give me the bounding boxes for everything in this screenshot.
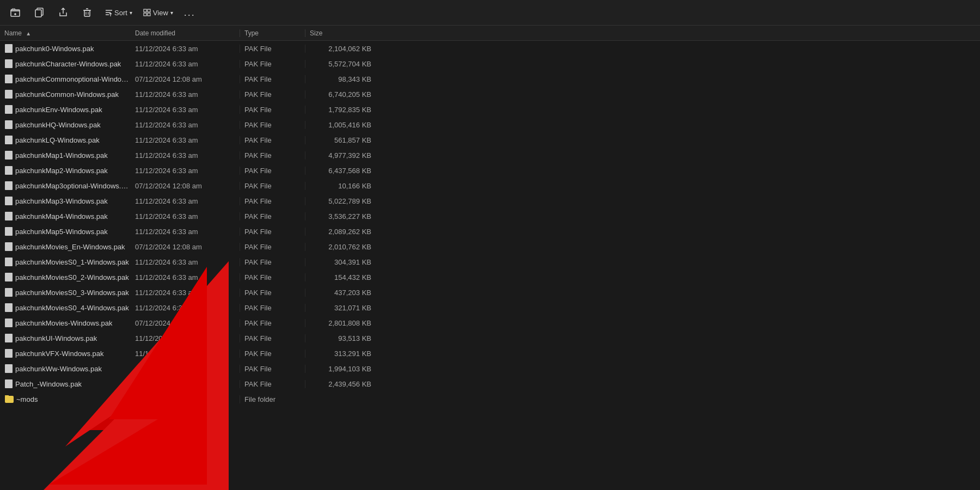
file-size: 98,343 KB — [305, 75, 376, 83]
file-size: 2,439,456 KB — [305, 380, 376, 388]
pak-icon — [5, 75, 13, 83]
pak-icon — [5, 136, 13, 144]
file-row[interactable]: pakchunkWw-Windows.pak 11/12/2024 6:33 a… — [0, 361, 980, 376]
file-size: 93,513 KB — [305, 334, 376, 342]
file-size: 1,994,103 KB — [305, 365, 376, 373]
file-row[interactable]: ~mods 06/12/2024 8:25 pm File folder — [0, 391, 980, 407]
file-name: pakchunkVFX-Windows.pak — [15, 350, 104, 358]
file-date: 07/12/2024 12:08 am — [131, 319, 240, 327]
column-header-date[interactable]: Date modified — [131, 29, 240, 37]
file-date: 07/12/2024 12:08 am — [131, 243, 240, 251]
file-size: 6,740,205 KB — [305, 90, 376, 99]
file-name-cell: pakchunkMoviesS0_4-Windows.pak — [0, 303, 131, 312]
file-type: PAK File — [240, 121, 305, 129]
folder-icon — [5, 396, 14, 403]
delete-button[interactable] — [76, 3, 98, 22]
file-row[interactable]: pakchunkCommon-Windows.pak 11/12/2024 6:… — [0, 87, 980, 102]
file-row[interactable]: pakchunkCharacter-Windows.pak 11/12/2024… — [0, 56, 980, 71]
svg-rect-15 — [148, 13, 150, 16]
file-name: pakchunkMap1-Windows.pak — [15, 151, 108, 160]
svg-rect-4 — [35, 10, 41, 17]
file-row[interactable]: pakchunkMap5-Windows.pak 11/12/2024 6:33… — [0, 224, 980, 239]
file-row[interactable]: pakchunkCommonoptional-Windows.pak 07/12… — [0, 71, 980, 87]
pak-icon — [5, 318, 13, 327]
file-name: pakchunkMoviesS0_2-Windows.pak — [15, 273, 129, 281]
file-row[interactable]: pakchunk0-Windows.pak 11/12/2024 6:33 am… — [0, 41, 980, 56]
sort-indicator: ▲ — [26, 30, 31, 36]
file-date: 11/12/2024 6:33 am — [131, 228, 240, 236]
sort-button[interactable]: Sort ▾ — [100, 3, 137, 22]
file-name: pakchunkMap2-Windows.pak — [15, 167, 108, 175]
file-row[interactable]: pakchunkHQ-Windows.pak 11/12/2024 6:33 a… — [0, 117, 980, 132]
file-type: PAK File — [240, 350, 305, 358]
file-type: PAK File — [240, 334, 305, 342]
column-header-name[interactable]: Name ▲ — [0, 29, 131, 37]
copy-button[interactable] — [28, 3, 50, 22]
file-name: pakchunkMoviesS0_4-Windows.pak — [15, 304, 129, 312]
file-row[interactable]: pakchunkLQ-Windows.pak 11/12/2024 6:33 a… — [0, 132, 980, 148]
file-row[interactable]: pakchunkMap3optional-Windows.pak 07/12/2… — [0, 178, 980, 193]
file-row[interactable]: pakchunkMap4-Windows.pak 11/12/2024 6:33… — [0, 209, 980, 224]
file-row[interactable]: pakchunkMoviesS0_1-Windows.pak 11/12/202… — [0, 254, 980, 270]
file-name: pakchunkCharacter-Windows.pak — [15, 60, 121, 68]
file-row[interactable]: pakchunkEnv-Windows.pak 11/12/2024 6:33 … — [0, 102, 980, 117]
file-name: pakchunkUI-Windows.pak — [15, 334, 97, 342]
pak-icon — [5, 44, 13, 53]
file-size: 561,857 KB — [305, 136, 376, 144]
toolbar: Sort ▾ View ▾ ... — [0, 0, 980, 26]
file-row[interactable]: pakchunkMoviesS0_3-Windows.pak 11/12/202… — [0, 285, 980, 300]
share-button[interactable] — [52, 3, 74, 22]
file-date: 11/12/2024 6:33 am — [131, 350, 240, 358]
file-row[interactable]: pakchunkMap3-Windows.pak 11/12/2024 6:33… — [0, 193, 980, 209]
file-row[interactable]: pakchunkMap2-Windows.pak 11/12/2024 6:33… — [0, 163, 980, 178]
file-type: PAK File — [240, 365, 305, 373]
file-row[interactable]: pakchunkMap1-Windows.pak 11/12/2024 6:33… — [0, 148, 980, 163]
more-label: ... — [184, 7, 195, 19]
file-type: PAK File — [240, 228, 305, 236]
file-name: pakchunkMap3optional-Windows.pak — [15, 182, 131, 190]
file-size: 1,792,835 KB — [305, 106, 376, 114]
file-size: 2,801,808 KB — [305, 319, 376, 327]
file-name: pakchunkCommon-Windows.pak — [15, 90, 119, 99]
file-date: 11/12/2024 6:33 am — [131, 197, 240, 205]
file-row[interactable]: pakchunkMovies-Windows.pak 07/12/2024 12… — [0, 315, 980, 330]
file-row[interactable]: pakchunkMoviesS0_4-Windows.pak 11/12/202… — [0, 300, 980, 315]
file-type: PAK File — [240, 197, 305, 205]
svg-rect-12 — [144, 9, 146, 12]
file-name-cell: pakchunkMovies-Windows.pak — [0, 318, 131, 327]
file-row[interactable]: pakchunkMovies_En-Windows.pak 07/12/2024… — [0, 239, 980, 254]
more-button[interactable]: ... — [180, 3, 200, 22]
file-name: pakchunkWw-Windows.pak — [15, 365, 102, 373]
file-row[interactable]: pakchunkMoviesS0_2-Windows.pak 11/12/202… — [0, 270, 980, 285]
file-row[interactable]: pakchunkVFX-Windows.pak 11/12/2024 6:33 … — [0, 346, 980, 361]
file-date: 07/12/2024 12:08 am — [131, 75, 240, 83]
file-type: PAK File — [240, 45, 305, 53]
file-type: PAK File — [240, 273, 305, 281]
file-list: pakchunk0-Windows.pak 11/12/2024 6:33 am… — [0, 41, 980, 490]
file-date: 11/12/2024 6:33 am — [131, 212, 240, 220]
file-size: 321,071 KB — [305, 304, 376, 312]
file-name-cell: pakchunkMoviesS0_2-Windows.pak — [0, 273, 131, 281]
file-name-cell: pakchunkMap1-Windows.pak — [0, 151, 131, 160]
view-button[interactable]: View ▾ — [139, 3, 177, 22]
file-date: 11/12/2024 6:33 am — [131, 136, 240, 144]
new-folder-button[interactable] — [4, 3, 26, 22]
file-row[interactable]: pakchunkUI-Windows.pak 11/12/2024 6:33 a… — [0, 330, 980, 346]
file-type: PAK File — [240, 243, 305, 251]
file-name: Patch_-Windows.pak — [15, 380, 82, 388]
file-name-cell: pakchunkMap3-Windows.pak — [0, 197, 131, 205]
file-date: 11/12/2024 6:33 am — [131, 365, 240, 373]
file-name: pakchunkMap5-Windows.pak — [15, 228, 108, 236]
file-date: 11/12/2024 6:33 am — [131, 60, 240, 68]
column-header-type[interactable]: Type — [240, 29, 305, 37]
file-type: PAK File — [240, 75, 305, 83]
file-type: File folder — [240, 395, 305, 403]
pak-icon — [5, 288, 13, 297]
file-type: PAK File — [240, 151, 305, 160]
file-type: PAK File — [240, 106, 305, 114]
column-header-size[interactable]: Size — [305, 29, 376, 37]
file-type: PAK File — [240, 304, 305, 312]
file-row[interactable]: Patch_-Windows.pak 21/12/2024 1:01 am PA… — [0, 376, 980, 391]
file-name: ~mods — [16, 395, 38, 403]
file-name-cell: pakchunkCharacter-Windows.pak — [0, 59, 131, 68]
